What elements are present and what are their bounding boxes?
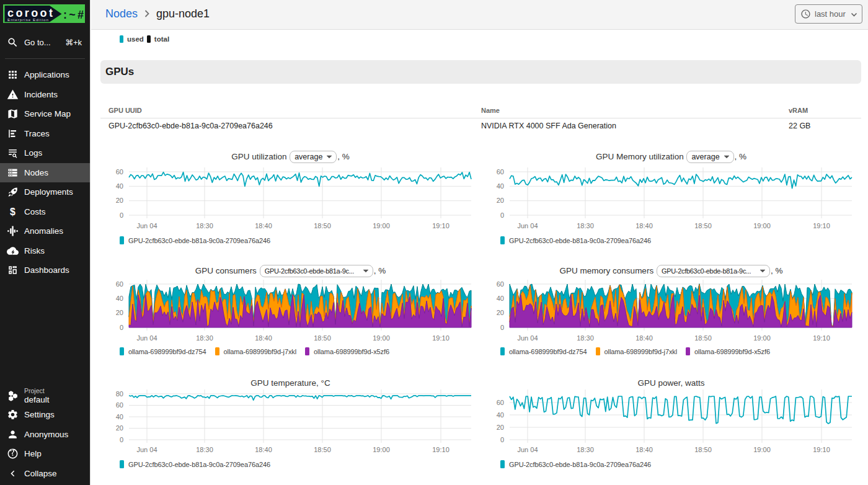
svg-text:18:30: 18:30: [196, 222, 213, 229]
svg-text:18:50: 18:50: [694, 334, 712, 342]
svg-text:0: 0: [120, 436, 123, 443]
svg-text:0: 0: [500, 436, 504, 443]
svg-text:0: 0: [120, 211, 123, 219]
svg-text:18:30: 18:30: [577, 334, 594, 342]
svg-text:80: 80: [116, 390, 123, 398]
svg-text:19:00: 19:00: [373, 222, 390, 229]
svg-text::~#: :~#: [63, 9, 84, 21]
svg-text:40: 40: [116, 182, 123, 190]
svg-text:20: 20: [497, 197, 504, 204]
svg-text:18:50: 18:50: [694, 222, 712, 229]
svg-text:19:00: 19:00: [373, 446, 390, 453]
svg-text:60: 60: [116, 168, 123, 176]
svg-text:19:00: 19:00: [753, 222, 771, 229]
svg-text:60: 60: [497, 280, 504, 288]
svg-text:19:10: 19:10: [432, 334, 450, 342]
svg-text:40: 40: [116, 295, 123, 302]
svg-text:Jun 04: Jun 04: [136, 222, 157, 229]
svg-text:Jun 04: Jun 04: [136, 334, 157, 342]
svg-text:18:40: 18:40: [636, 334, 653, 342]
svg-text:18:40: 18:40: [255, 334, 272, 342]
svg-text:Enterprise Edition: Enterprise Edition: [7, 17, 49, 22]
svg-text:19:00: 19:00: [753, 446, 771, 453]
svg-text:40: 40: [497, 411, 504, 419]
svg-text:18:40: 18:40: [255, 222, 272, 229]
svg-text:18:30: 18:30: [577, 222, 594, 229]
svg-text:Jun 04: Jun 04: [517, 446, 538, 453]
svg-text:60: 60: [497, 399, 504, 406]
svg-text:20: 20: [497, 424, 504, 431]
svg-text:0: 0: [120, 324, 123, 331]
svg-text:18:40: 18:40: [255, 446, 272, 453]
svg-text:0: 0: [500, 324, 504, 331]
svg-text:18:40: 18:40: [636, 222, 653, 229]
svg-text:20: 20: [116, 309, 123, 316]
svg-text:20: 20: [497, 309, 504, 316]
svg-text:18:30: 18:30: [577, 446, 594, 453]
svg-text:60: 60: [116, 401, 123, 409]
svg-text:19:10: 19:10: [813, 222, 830, 229]
svg-text:19:10: 19:10: [813, 446, 830, 453]
svg-text:18:30: 18:30: [196, 334, 213, 342]
svg-text:18:50: 18:50: [694, 446, 712, 453]
svg-text:20: 20: [116, 197, 123, 204]
svg-text:Jun 04: Jun 04: [136, 446, 157, 453]
svg-text:18:30: 18:30: [196, 446, 213, 453]
svg-text:19:00: 19:00: [373, 334, 390, 342]
svg-text:20: 20: [116, 424, 123, 432]
svg-text:Jun 04: Jun 04: [517, 334, 538, 342]
svg-text:0: 0: [500, 211, 504, 219]
svg-text:18:50: 18:50: [314, 222, 331, 229]
svg-text:18:50: 18:50: [314, 334, 331, 342]
svg-text:60: 60: [116, 280, 123, 288]
svg-text:19:10: 19:10: [813, 334, 830, 342]
svg-text:$: $: [10, 207, 16, 217]
svg-text:40: 40: [116, 413, 123, 420]
svg-text:40: 40: [497, 295, 504, 302]
svg-text:19:10: 19:10: [432, 446, 450, 453]
svg-text:18:40: 18:40: [636, 446, 653, 453]
svg-text:60: 60: [497, 168, 504, 176]
svg-text:18:50: 18:50: [314, 446, 331, 453]
svg-text:Jun 04: Jun 04: [517, 222, 538, 229]
svg-text:19:00: 19:00: [753, 334, 771, 342]
svg-text:19:10: 19:10: [432, 222, 450, 229]
svg-text:40: 40: [497, 182, 504, 190]
